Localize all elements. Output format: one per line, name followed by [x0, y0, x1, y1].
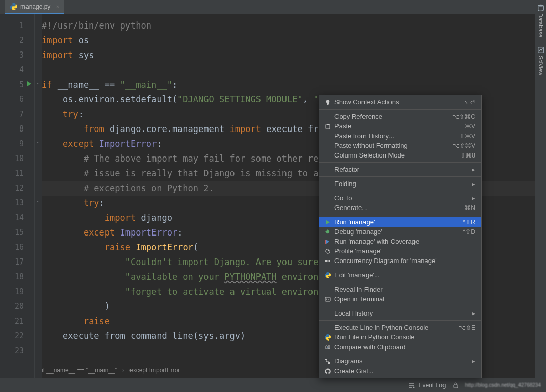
python-icon: [325, 334, 331, 341]
svg-rect-8: [329, 260, 330, 262]
uml-icon: [325, 358, 331, 364]
menu-run-file-console[interactable]: Run File in Python Console: [319, 332, 481, 342]
menu-run-manage[interactable]: Run 'manage'^⇧R: [319, 217, 481, 227]
paste-icon: [325, 123, 331, 129]
diagram-icon: [325, 258, 331, 264]
gutter-line: 3: [0, 48, 34, 63]
gutter-line: 22: [0, 329, 34, 344]
gutter-line: 19: [0, 284, 34, 299]
menu-paste-plain[interactable]: Paste without Formatting⌥⇧⌘V: [319, 141, 481, 150]
svg-rect-2: [326, 124, 330, 129]
gutter-line: 2: [0, 33, 34, 48]
breadcrumb[interactable]: if __name__ == "__main__" › except Impor…: [42, 364, 180, 376]
python-icon: [10, 3, 17, 10]
menu-goto[interactable]: Go To▸: [319, 193, 481, 203]
menu-debug-manage[interactable]: Debug 'manage'^⇧D: [319, 227, 481, 237]
gutter-line: 11: [0, 166, 34, 181]
crumb[interactable]: if __name__ == "__main__": [42, 367, 117, 374]
gutter-line: 13: [0, 196, 34, 211]
database-icon: [537, 4, 544, 11]
menu-reveal-finder[interactable]: Reveal in Finder: [319, 284, 481, 294]
menu-edit-manage[interactable]: Edit 'manage'...: [319, 270, 481, 280]
watermark-text: http://blog.csdn.net/qq_42768234: [465, 382, 541, 388]
menu-create-gist[interactable]: Create Gist...: [319, 366, 481, 376]
gutter-line: 17: [0, 255, 34, 270]
svg-point-4: [326, 230, 329, 233]
tab-manage-py[interactable]: manage.py ×: [5, 0, 64, 14]
gutter-line: 8: [0, 122, 34, 137]
menu-exec-console[interactable]: Execute Line in Python Console⌥⇧E: [319, 323, 481, 332]
gutter-line: 15: [0, 225, 34, 240]
lock-icon[interactable]: [452, 382, 459, 389]
gutter: 1 2 3 4 5 6 7 8 9 10 11 12 13 14 15 16 1…: [0, 14, 35, 378]
menu-paste-history[interactable]: Paste from History...⇧⌘V: [319, 131, 481, 141]
gutter-line: 16: [0, 240, 34, 255]
menu-run-coverage[interactable]: Run 'manage' with Coverage: [319, 237, 481, 246]
gutter-line: 21: [0, 314, 34, 329]
tab-bar: manage.py ×: [0, 0, 546, 14]
svg-rect-11: [328, 362, 330, 364]
gutter-line: 20: [0, 299, 34, 314]
gutter-line: 5: [0, 77, 34, 92]
menu-paste[interactable]: Paste⌘V: [319, 121, 481, 131]
svg-rect-5: [325, 240, 326, 244]
svg-rect-10: [325, 359, 327, 360]
menu-folding[interactable]: Folding▸: [319, 179, 481, 189]
profile-icon: [325, 248, 331, 254]
gutter-line: 18: [0, 270, 34, 284]
chevron-right-icon: ›: [122, 367, 124, 374]
coverage-icon: [325, 239, 331, 245]
svg-rect-13: [454, 385, 458, 388]
gutter-line: 6: [0, 92, 34, 107]
play-icon: [325, 219, 331, 225]
event-log-button[interactable]: Event Log: [408, 382, 446, 389]
gutter-line: 7: [0, 107, 34, 122]
svg-rect-7: [325, 260, 327, 262]
menu-show-context-actions[interactable]: Show Context Actions⌥⏎: [319, 97, 481, 107]
crumb[interactable]: except ImportError: [129, 367, 180, 374]
menu-column-selection[interactable]: Column Selection Mode⇧⌘8: [319, 150, 481, 160]
tool-database-label: Database: [538, 13, 544, 37]
tool-sciview-label: SciView: [538, 56, 544, 75]
terminal-icon: [325, 296, 331, 302]
gutter-line: 9: [0, 137, 34, 151]
menu-diagrams[interactable]: Diagrams▸: [319, 356, 481, 366]
menu-generate[interactable]: Generate...⌘N: [319, 203, 481, 213]
menu-refactor[interactable]: Refactor▸: [319, 165, 481, 174]
menu-copy-reference[interactable]: Copy Reference⌥⇧⌘C: [319, 112, 481, 121]
menu-compare-clipboard[interactable]: Compare with Clipboard: [319, 342, 481, 352]
right-tool-strip: Database SciView: [535, 0, 546, 378]
fold-column: [35, 14, 42, 378]
tool-database[interactable]: Database: [537, 4, 544, 37]
event-log-label: Event Log: [418, 382, 446, 389]
gutter-line: 14: [0, 211, 34, 225]
close-icon[interactable]: ×: [56, 4, 59, 10]
lightbulb-icon: [325, 99, 331, 106]
sciview-icon: [537, 46, 544, 54]
status-bar: Event Log http://blog.csdn.net/qq_427682…: [0, 378, 546, 392]
gutter-line: 23: [0, 344, 34, 358]
menu-open-terminal[interactable]: Open in Terminal: [319, 294, 481, 304]
tool-sciview[interactable]: SciView: [537, 46, 544, 75]
bug-icon: [325, 229, 331, 235]
python-icon: [325, 272, 331, 278]
svg-point-0: [538, 5, 543, 7]
context-menu: Show Context Actions⌥⏎ Copy Reference⌥⇧⌘…: [319, 95, 482, 378]
svg-point-12: [413, 386, 415, 388]
tab-label: manage.py: [20, 3, 50, 10]
svg-rect-3: [327, 124, 329, 125]
menu-profile-manage[interactable]: Profile 'manage': [319, 246, 481, 256]
gutter-line: 10: [0, 151, 34, 166]
compare-icon: [325, 344, 331, 350]
github-icon: [325, 368, 331, 374]
menu-concurrency-diagram[interactable]: Concurrency Diagram for 'manage': [319, 256, 481, 266]
gutter-line: 1: [0, 18, 34, 33]
event-log-icon: [408, 382, 415, 389]
gutter-line: 12: [0, 181, 34, 196]
run-gutter-icon[interactable]: [26, 81, 32, 87]
menu-local-history[interactable]: Local History▸: [319, 308, 481, 318]
gutter-line: 4: [0, 63, 34, 77]
